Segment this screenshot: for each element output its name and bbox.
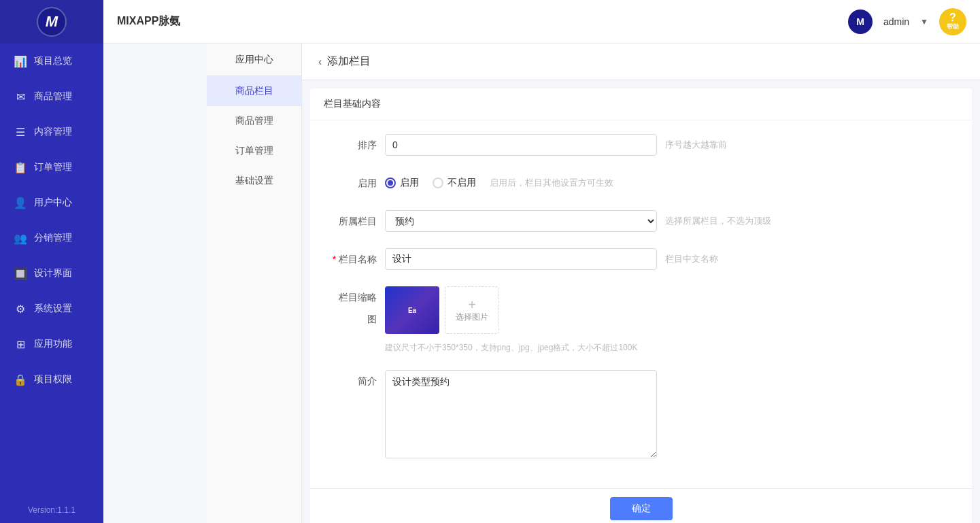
confirm-button[interactable]: 确定 — [610, 497, 673, 520]
radio-disable-circle — [433, 178, 443, 188]
name-hint: 栏目中文名称 — [665, 248, 718, 270]
help-button[interactable]: ? 帮助 — [939, 8, 966, 35]
topbar-right: M admin ▼ ? 帮助 — [848, 8, 966, 35]
distribution-icon: 👥 — [14, 232, 27, 245]
sidebar-item-project-overview[interactable]: 📊 项目总览 — [0, 44, 103, 79]
product-icon: ✉ — [14, 90, 27, 103]
sidebar-item-user-center[interactable]: 👤 用户中心 — [0, 185, 103, 220]
radio-disable-label: 不启用 — [447, 177, 476, 189]
secondary-item-product-column[interactable]: 商品栏目 — [207, 76, 301, 106]
lock-icon: 🔒 — [14, 373, 27, 386]
secondary-item-label: 商品栏目 — [235, 85, 273, 97]
footer-bar: 确定 — [310, 488, 972, 523]
topbar: MIXAPP脉氨 M admin ▼ ? 帮助 — [103, 0, 980, 44]
form-row-description: 简介 — [331, 370, 951, 458]
upload-area: Ea + 选择图片 建议尺寸不小于350*350，支持png、jpg、jpeg格… — [385, 286, 637, 354]
sort-input[interactable] — [385, 134, 657, 156]
sidebar-item-app-functions[interactable]: ⊞ 应用功能 — [0, 326, 103, 362]
sidebar-item-content-management[interactable]: ☰ 内容管理 — [0, 114, 103, 150]
sidebar: M 📊 项目总览 ✉ 商品管理 ☰ 内容管理 📋 订单管理 👤 用户中心 👥 分… — [0, 0, 103, 523]
sidebar-item-label: 项目权限 — [34, 373, 72, 386]
sidebar-item-label: 用户中心 — [34, 197, 72, 209]
enable-hint: 启用后，栏目其他设置方可生效 — [490, 177, 613, 189]
enable-label: 启用 — [331, 172, 385, 194]
settings-icon: ⚙ — [14, 303, 27, 316]
category-control-wrap: 预约 设计 其他 选择所属栏目，不选为顶级 — [385, 210, 951, 232]
sidebar-item-design[interactable]: 🔲 设计界面 — [0, 256, 103, 291]
sort-label: 排序 — [331, 134, 385, 156]
name-label: 栏目名称 — [331, 248, 385, 270]
name-input[interactable] — [385, 248, 657, 270]
plus-icon: + — [468, 298, 476, 311]
secondary-item-label: 商品管理 — [235, 115, 273, 127]
design-icon: 🔲 — [14, 267, 27, 280]
overview-icon: 📊 — [14, 55, 27, 68]
sidebar-item-label: 项目总览 — [34, 55, 72, 67]
order-icon: 📋 — [14, 161, 27, 174]
admin-dropdown-icon[interactable]: ▼ — [920, 17, 928, 27]
upload-hint: 建议尺寸不小于350*350，支持png、jpg、jpeg格式，大小不超过100… — [385, 342, 637, 354]
secondary-item-order-manage[interactable]: 订单管理 — [207, 136, 301, 166]
sidebar-logo: M — [0, 0, 103, 44]
admin-name: admin — [883, 16, 909, 27]
upload-images: Ea + 选择图片 — [385, 286, 499, 334]
upload-button[interactable]: + 选择图片 — [445, 286, 499, 334]
radio-disable[interactable]: 不启用 — [433, 177, 476, 189]
app-title: MIXAPP脉氨 — [117, 14, 180, 29]
form-section-title: 栏目基础内容 — [310, 88, 972, 120]
secondary-sidebar: 应用中心 商品栏目 商品管理 订单管理 基础设置 — [207, 44, 302, 523]
logo-icon: M — [37, 7, 67, 37]
thumbnail-label: 栏目缩略图 — [331, 286, 385, 330]
secondary-item-label: 基础设置 — [235, 175, 273, 187]
sidebar-item-project-permissions[interactable]: 🔒 项目权限 — [0, 362, 103, 397]
sidebar-item-label: 商品管理 — [34, 90, 72, 103]
thumbnail-text: Ea — [408, 307, 416, 314]
sidebar-item-label: 分销管理 — [34, 232, 72, 244]
sidebar-item-product-management[interactable]: ✉ 商品管理 — [0, 79, 103, 114]
description-control-wrap — [385, 370, 951, 458]
sidebar-item-distribution[interactable]: 👥 分销管理 — [0, 220, 103, 256]
page-title: 添加栏目 — [327, 54, 371, 69]
app-icon: ⊞ — [14, 338, 27, 351]
page-header: ‹ 添加栏目 — [302, 44, 980, 80]
radio-enable-label: 启用 — [400, 177, 419, 189]
upload-label: 选择图片 — [456, 311, 488, 323]
sidebar-item-label: 设计界面 — [34, 267, 72, 280]
admin-avatar: M — [848, 10, 873, 34]
help-label: 帮助 — [947, 22, 959, 31]
page-content: ‹ 添加栏目 栏目基础内容 排序 序号越大越靠前 启用 — [302, 44, 980, 523]
sidebar-item-label: 系统设置 — [34, 303, 72, 315]
enable-control-wrap: 启用 不启用 启用后，栏目其他设置方可生效 — [385, 172, 951, 194]
secondary-item-product-manage[interactable]: 商品管理 — [207, 106, 301, 136]
sidebar-item-system-settings[interactable]: ⚙ 系统设置 — [0, 291, 103, 326]
category-select[interactable]: 预约 设计 其他 — [385, 210, 657, 232]
name-control-wrap: 栏目中文名称 — [385, 248, 951, 270]
sidebar-item-label: 内容管理 — [34, 126, 72, 138]
content-icon: ☰ — [14, 126, 27, 139]
category-hint: 选择所属栏目，不选为顶级 — [665, 210, 771, 232]
sidebar-item-order-management[interactable]: 📋 订单管理 — [0, 150, 103, 185]
main-area: 应用中心 商品栏目 商品管理 订单管理 基础设置 ‹ 添加栏目 栏目基础内容 排… — [207, 44, 980, 523]
enable-radio-group: 启用 不启用 — [385, 172, 476, 194]
secondary-item-label: 订单管理 — [235, 145, 273, 157]
thumbnail-preview: Ea — [385, 286, 439, 334]
description-textarea[interactable] — [385, 370, 657, 458]
user-icon: 👤 — [14, 197, 27, 209]
radio-enable[interactable]: 启用 — [385, 177, 419, 189]
secondary-item-basic-settings[interactable]: 基础设置 — [207, 166, 301, 196]
sort-hint: 序号越大越靠前 — [665, 134, 727, 156]
thumbnail-control-wrap: Ea + 选择图片 建议尺寸不小于350*350，支持png、jpg、jpeg格… — [385, 286, 951, 354]
sidebar-item-label: 订单管理 — [34, 161, 72, 173]
form-row-sort: 排序 序号越大越靠前 — [331, 134, 951, 156]
secondary-sidebar-header: 应用中心 — [207, 44, 301, 76]
sort-control-wrap: 序号越大越靠前 — [385, 134, 951, 156]
sidebar-item-label: 应用功能 — [34, 338, 72, 350]
form-row-thumbnail: 栏目缩略图 Ea + 选择图片 — [331, 286, 951, 354]
form-row-name: 栏目名称 栏目中文名称 — [331, 248, 951, 270]
form-card: 栏目基础内容 排序 序号越大越靠前 启用 — [310, 88, 972, 523]
category-label: 所属栏目 — [331, 210, 385, 232]
back-button[interactable]: ‹ — [318, 56, 322, 68]
thumbnail-image: Ea — [385, 286, 439, 334]
radio-enable-circle — [385, 178, 396, 188]
description-label: 简介 — [331, 370, 385, 392]
